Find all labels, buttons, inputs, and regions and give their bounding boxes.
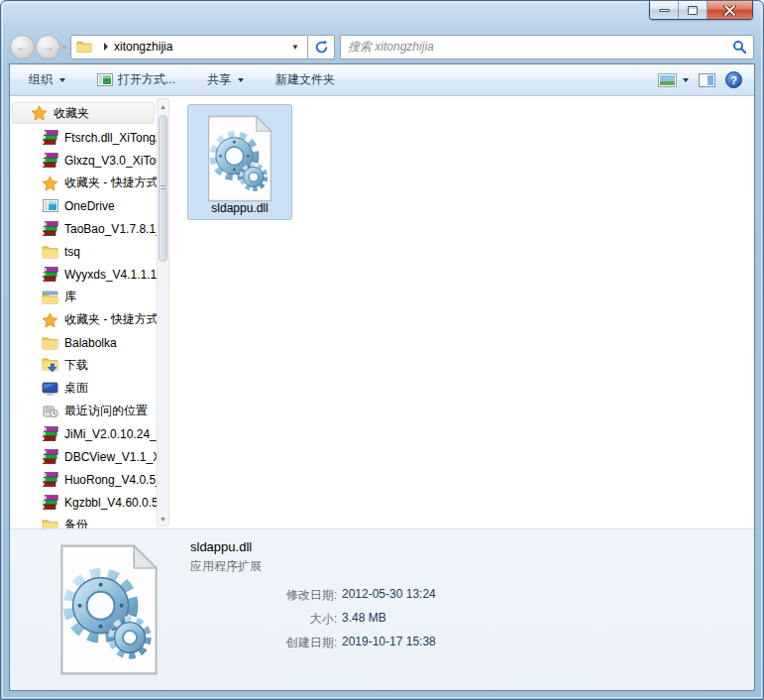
sidebar-item-label: 桌面 (64, 380, 88, 397)
details-text: sldappu.dll 应用程序扩展 修改日期:2012-05-30 13:24… (190, 529, 436, 690)
folder-icon (42, 334, 58, 351)
close-button[interactable] (708, 1, 752, 19)
download-folder-icon (42, 357, 58, 374)
rar-archive-icon (42, 425, 58, 442)
help-button[interactable]: ? (725, 71, 742, 88)
property-value: 3.48 MB (342, 611, 386, 628)
sidebar-item-label: 收藏夹 - 快捷方式 (64, 311, 157, 328)
minimize-icon (659, 9, 670, 12)
navigation-bar: ← → ▾ xitongzhijia ▼ 搜索 xitongzhijia (10, 30, 754, 63)
property-value: 2012-05-30 13:24 (342, 587, 436, 604)
sidebar-item[interactable]: OneDrive (10, 194, 157, 217)
address-dropdown-icon[interactable]: ▼ (287, 43, 303, 52)
sidebar-item[interactable]: tsq (10, 240, 157, 263)
sidebar-item[interactable]: TaoBao_V1.7.8.1_XiTong (10, 217, 157, 240)
sidebar-item-label: TaoBao_V1.7.8.1_XiTong (64, 222, 157, 236)
help-icon: ? (730, 74, 737, 86)
back-icon: ← (16, 39, 30, 55)
file-list-pane[interactable]: sldappu.dll (170, 96, 754, 528)
minimize-button[interactable] (650, 1, 679, 19)
library-icon (42, 289, 58, 305)
sidebar-item-label: Glxzq_V3.0_XiTongZhiJia (64, 154, 157, 168)
sidebar-item[interactable]: JiMi_V2.0.10.24_XiTong (10, 422, 157, 445)
forward-button[interactable]: → (36, 35, 60, 59)
preview-pane-icon (699, 73, 715, 87)
rar-archive-icon (42, 494, 58, 511)
file-item-sldappu-dll[interactable]: sldappu.dll (187, 104, 292, 220)
folder-icon (75, 39, 92, 56)
scrollbar-thumb[interactable] (159, 115, 167, 262)
sidebar-header-favorites[interactable]: 收藏夹 (12, 102, 155, 124)
organize-button[interactable]: 组织 (20, 67, 74, 92)
sidebar-item-label: Kgzbbl_V4.60.0.5_XiTong (64, 496, 157, 510)
sidebar-item[interactable]: DBCView_V1.1_XiTong (10, 445, 157, 468)
chevron-down-icon (238, 78, 244, 82)
sidebar-item-label: 收藏夹 (54, 105, 89, 122)
breadcrumb[interactable]: xitongzhijia (114, 40, 172, 54)
sidebar-scrollbar[interactable]: ▲ ▼ (157, 98, 169, 526)
sidebar-item-label: HuoRong_V4.0.5_XiTong (64, 473, 157, 487)
sidebar-item-label: 库 (64, 289, 76, 305)
sidebar-item[interactable]: 备份 (10, 514, 157, 528)
scroll-up-icon[interactable]: ▲ (158, 99, 168, 113)
sidebar-item[interactable]: Kgzbbl_V4.60.0.5_XiTong (10, 491, 157, 514)
rar-archive-icon (42, 152, 58, 169)
desktop-icon (42, 380, 58, 397)
search-placeholder: 搜索 xitongzhijia (348, 39, 732, 56)
sidebar-item[interactable]: 最近访问的位置 (10, 400, 157, 422)
rar-archive-icon (42, 266, 58, 283)
sidebar-item[interactable]: 下载 (10, 354, 157, 377)
explorer-window: ← → ▾ xitongzhijia ▼ 搜索 xitongzhijia (0, 0, 764, 700)
star-icon (31, 105, 48, 122)
refresh-button[interactable] (308, 35, 335, 59)
sidebar-item[interactable]: 桌面 (10, 377, 157, 400)
command-toolbar: 组织 打开方式... 共享 新建文件夹 (10, 64, 754, 96)
sidebar-item[interactable]: 收藏夹 - 快捷方式 (10, 308, 157, 331)
new-folder-button[interactable]: 新建文件夹 (267, 67, 344, 92)
views-icon (658, 73, 677, 87)
dll-file-icon-large (54, 539, 164, 690)
maximize-button[interactable] (679, 1, 708, 19)
scroll-down-icon[interactable]: ▼ (158, 512, 168, 525)
share-button[interactable]: 共享 (198, 67, 253, 92)
preview-pane-button[interactable] (699, 73, 715, 87)
property-value: 2019-10-17 15:38 (342, 635, 436, 651)
chevron-down-icon (59, 78, 65, 82)
property-label: 修改日期: (190, 587, 337, 604)
back-button[interactable]: ← (10, 35, 35, 59)
address-bar[interactable]: xitongzhijia ▼ (70, 35, 308, 59)
share-label: 共享 (207, 71, 231, 88)
sidebar-item[interactable]: 收藏夹 - 快捷方式 (10, 172, 157, 194)
sidebar-list: 收藏夹Ftsrch.dll_XiTongZhiJiaGlxzq_V3.0_XiT… (10, 102, 157, 528)
sidebar-item[interactable]: HuoRong_V4.0.5_XiTong (10, 468, 157, 491)
sidebar-item[interactable]: 库 (10, 286, 157, 308)
details-properties: 修改日期:2012-05-30 13:24大小:3.48 MB创建日期:2019… (190, 587, 436, 651)
scrollbar-grip (161, 185, 165, 189)
new-folder-label: 新建文件夹 (275, 71, 335, 88)
open-with-button[interactable]: 打开方式... (88, 67, 184, 92)
star-icon (42, 311, 58, 328)
chevron-down-icon (683, 78, 689, 82)
sidebar-item[interactable]: Balabolka (10, 331, 157, 354)
navigation-pane: 收藏夹Ftsrch.dll_XiTongZhiJiaGlxzq_V3.0_XiT… (10, 96, 170, 528)
details-file-name: sldappu.dll (190, 539, 436, 554)
sidebar-item-label: 备份 (64, 517, 88, 528)
recent-pages-chevron-icon[interactable]: ▾ (62, 43, 66, 52)
search-input[interactable]: 搜索 xitongzhijia (340, 35, 754, 59)
search-icon[interactable] (732, 40, 746, 54)
open-with-icon (97, 73, 113, 86)
refresh-icon (314, 40, 329, 55)
change-view-button[interactable] (658, 73, 689, 87)
sidebar-item[interactable]: Glxzq_V3.0_XiTongZhiJia (10, 149, 157, 172)
sidebar-item-label: 下载 (64, 357, 88, 374)
rar-archive-icon (42, 220, 58, 237)
sidebar-item-label: tsq (64, 245, 80, 259)
folder-icon (42, 517, 58, 528)
sidebar-item[interactable]: Wyyxds_V4.1.1.1_XiTong (10, 263, 157, 286)
sidebar-item[interactable]: Ftsrch.dll_XiTongZhiJia (10, 126, 157, 149)
rar-archive-icon (42, 129, 58, 146)
details-file-type: 应用程序扩展 (190, 558, 436, 575)
property-label: 创建日期: (190, 635, 337, 651)
rar-archive-icon (42, 448, 58, 465)
sidebar-item-label: OneDrive (64, 199, 115, 213)
